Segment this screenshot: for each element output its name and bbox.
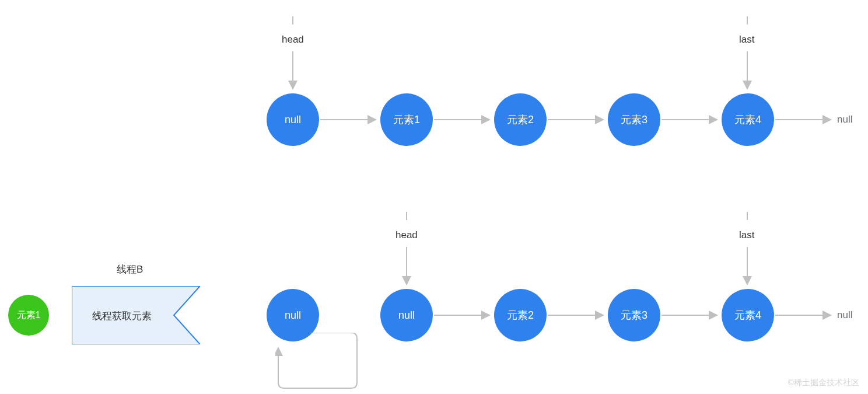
node-text: 元素2 [507, 113, 534, 127]
node-text: 元素3 [621, 308, 648, 322]
node-row1-2: 元素2 [494, 93, 547, 146]
tick-mark [746, 212, 749, 220]
node-text: 元素3 [621, 113, 648, 127]
node-text: null [285, 309, 301, 322]
node-row2-2: 元素3 [608, 289, 660, 341]
tick-mark [405, 212, 408, 220]
node-text: 元素2 [507, 308, 534, 322]
arrow-row2-3-null [775, 309, 834, 321]
node-text: null [398, 309, 415, 322]
head-label-row2: head [396, 229, 418, 241]
null-label-row1: null [837, 114, 852, 125]
node-row1-3: 元素3 [608, 93, 660, 146]
arrow-row1-3-4 [662, 114, 720, 125]
arrow-row1-4-null [775, 114, 834, 125]
arrow-down-head-row2 [400, 247, 414, 288]
node-text: 元素4 [734, 113, 761, 127]
node-row2-0: null [380, 289, 433, 341]
node-row2-3: 元素4 [722, 289, 774, 341]
last-label-row1: last [739, 34, 754, 46]
thread-title: 线程B [117, 263, 143, 276]
arrow-row1-1-2 [434, 114, 493, 125]
arrow-row2-2-3 [662, 309, 720, 321]
arrow-down-last-row2 [740, 247, 754, 288]
node-text: 元素1 [393, 113, 420, 127]
arrow-down-last-row1 [740, 51, 754, 92]
thread-action-text: 线程获取元素 [92, 309, 152, 323]
arrow-row1-0-1 [320, 114, 379, 125]
node-text: null [285, 114, 301, 126]
node-text: 元素4 [734, 308, 761, 322]
node-row1-0: null [267, 93, 319, 146]
thread-element-node: 元素1 [8, 295, 49, 336]
arrow-down-head-row1 [286, 51, 300, 92]
tick-mark [291, 16, 295, 25]
last-label-row2: last [739, 229, 754, 241]
arrow-row2-1-2 [548, 309, 607, 321]
tick-mark [746, 16, 749, 25]
arrow-row2-0-1 [434, 309, 493, 321]
node-text: 元素1 [17, 309, 41, 322]
self-loop-arrow [275, 333, 363, 394]
node-row2-1: 元素2 [494, 289, 547, 341]
head-label-row1: head [282, 34, 304, 46]
node-row1-1: 元素1 [380, 93, 433, 146]
node-row1-4: 元素4 [722, 93, 774, 146]
null-label-row2: null [837, 309, 852, 321]
watermark-text: ©稀土掘金技术社区 [788, 378, 859, 388]
arrow-row1-2-3 [548, 114, 607, 125]
